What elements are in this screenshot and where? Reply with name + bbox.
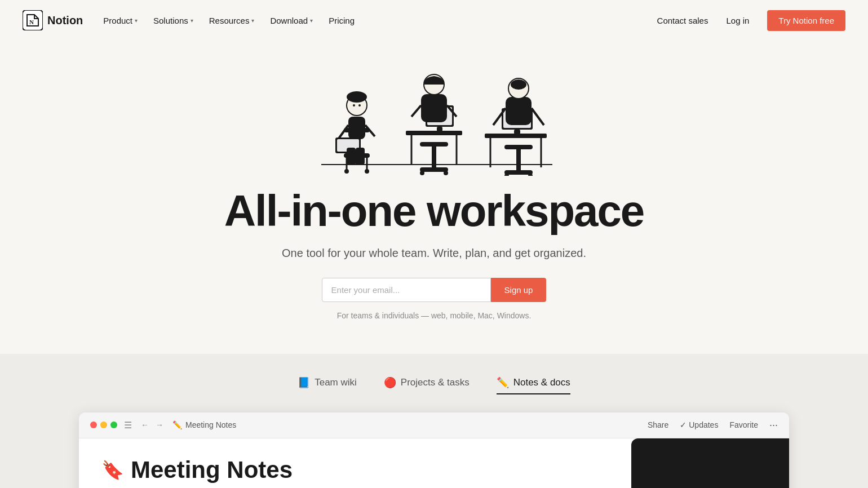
svg-point-13	[353, 104, 355, 107]
signup-button[interactable]: Sign up	[491, 278, 547, 302]
svg-point-31	[444, 171, 448, 175]
tab-label-projects: Projects & tasks	[401, 377, 470, 388]
hero-title: All-in-one workspace	[224, 187, 644, 236]
svg-rect-44	[516, 149, 521, 170]
svg-rect-27	[420, 142, 448, 147]
hero-note: For teams & individuals — web, mobile, M…	[337, 311, 532, 320]
titlebar-right: Share ✓ Updates Favorite ···	[648, 419, 778, 431]
checkmark-icon: ✓	[680, 420, 687, 429]
notion-logo-icon: N	[23, 10, 43, 30]
svg-point-9	[365, 169, 369, 174]
hero-email-form: Sign up	[322, 278, 547, 302]
svg-text:N: N	[29, 19, 34, 25]
back-arrow-icon[interactable]: ←	[139, 419, 151, 431]
forward-arrow-icon[interactable]: →	[153, 419, 166, 431]
tab-label-wiki: Team wiki	[315, 377, 357, 388]
window-title-emoji: ✏️	[172, 420, 182, 429]
hero-illustration	[287, 52, 581, 176]
svg-rect-42	[504, 145, 533, 149]
svg-point-30	[420, 171, 424, 175]
svg-rect-29	[432, 147, 436, 167]
nav-left: N Notion Product ▾ Solutions ▾ Resources…	[23, 10, 361, 30]
svg-rect-36	[485, 134, 547, 138]
nav-item-download[interactable]: Download ▾	[263, 11, 320, 30]
more-options-icon[interactable]: ···	[769, 419, 778, 431]
nav-item-solutions[interactable]: Solutions ▾	[147, 11, 200, 30]
window-traffic-lights	[90, 422, 117, 428]
contact-sales-link[interactable]: Contact sales	[657, 16, 708, 25]
nav-item-resources[interactable]: Resources ▾	[202, 11, 262, 30]
window-fullscreen-dot[interactable]	[110, 422, 117, 428]
window-title-text: Meeting Notes	[185, 420, 236, 429]
window-content: 🔖 Meeting Notes	[79, 438, 789, 488]
sidebar-toggle-icon[interactable]: ☰	[124, 420, 132, 431]
tabs-row: 📘 Team wiki 🔴 Projects & tasks ✏️ Notes …	[23, 376, 845, 394]
tab-projects-tasks[interactable]: 🔴 Projects & tasks	[384, 376, 470, 394]
logo-link[interactable]: N Notion	[23, 10, 83, 30]
svg-rect-43	[504, 170, 533, 175]
svg-rect-32	[421, 94, 447, 122]
nav-right: Contact sales Log in Try Notion free	[657, 10, 845, 31]
favorite-action[interactable]: Favorite	[729, 420, 758, 429]
try-notion-free-button[interactable]: Try Notion free	[767, 10, 845, 31]
app-window: ☰ ← → ✏️ Meeting Notes Share ✓ Updates	[79, 412, 789, 488]
meeting-page-title: Meeting Notes	[131, 456, 293, 483]
tab-label-notes: Notes & docs	[513, 377, 570, 388]
share-action[interactable]: Share	[648, 420, 668, 429]
tab-emoji-projects: 🔴	[384, 376, 396, 389]
svg-rect-41	[514, 130, 520, 134]
svg-rect-19	[347, 148, 356, 165]
window-nav-arrows: ← →	[139, 419, 166, 431]
svg-rect-20	[356, 148, 365, 165]
svg-point-14	[358, 104, 361, 107]
tab-emoji-wiki: 📘	[298, 376, 310, 389]
tab-team-wiki[interactable]: 📘 Team wiki	[298, 376, 357, 394]
chevron-down-icon: ▾	[251, 17, 254, 24]
svg-rect-10	[348, 117, 365, 139]
tabs-section: 📘 Team wiki 🔴 Projects & tasks ✏️ Notes …	[0, 354, 868, 488]
nav-links: Product ▾ Solutions ▾ Resources ▾ Downlo…	[96, 11, 361, 30]
svg-rect-47	[506, 97, 532, 125]
titlebar-left: ☰ ← → ✏️ Meeting Notes	[90, 419, 236, 431]
meeting-page-icon: 🔖	[101, 459, 124, 481]
svg-rect-26	[437, 127, 442, 131]
tab-emoji-notes: ✏️	[497, 376, 509, 389]
svg-rect-21	[406, 131, 462, 135]
svg-point-12	[347, 91, 367, 103]
window-close-dot[interactable]	[90, 422, 97, 428]
svg-point-8	[344, 169, 349, 174]
email-input[interactable]	[322, 278, 491, 302]
window-titlebar: ☰ ← → ✏️ Meeting Notes Share ✓ Updates	[79, 412, 789, 438]
updates-action[interactable]: ✓ Updates	[680, 420, 718, 429]
svg-rect-28	[420, 167, 448, 172]
svg-line-51	[532, 108, 544, 125]
window-minimize-dot[interactable]	[100, 422, 107, 428]
chevron-down-icon: ▾	[135, 17, 138, 24]
chevron-down-icon: ▾	[191, 17, 193, 24]
hero-section: All-in-one workspace One tool for your w…	[0, 41, 868, 343]
window-title: ✏️ Meeting Notes	[172, 420, 236, 429]
login-link[interactable]: Log in	[717, 11, 758, 30]
svg-line-34	[411, 105, 421, 117]
chevron-down-icon: ▾	[310, 17, 313, 24]
nav-item-product[interactable]: Product ▾	[96, 11, 144, 30]
tab-notes-docs[interactable]: ✏️ Notes & docs	[497, 376, 570, 394]
logo-text: Notion	[47, 14, 83, 27]
dark-overlay-preview	[631, 438, 789, 488]
svg-point-49	[511, 79, 526, 90]
nav-item-pricing[interactable]: Pricing	[322, 11, 361, 30]
navbar: N Notion Product ▾ Solutions ▾ Resources…	[0, 0, 868, 41]
hero-subtitle: One tool for your whole team. Write, pla…	[282, 247, 586, 260]
